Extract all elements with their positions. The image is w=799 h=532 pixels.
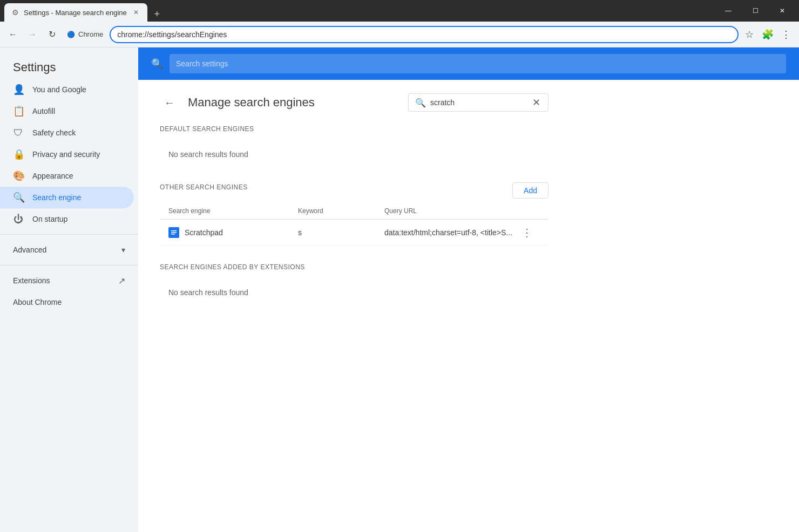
sidebar-label-privacy-security: Privacy and security [32,150,100,159]
search-box-icon: 🔍 [415,98,426,108]
browser-window: ⚙ Settings - Manage search engine ✕ + — … [0,0,799,532]
search-settings-icon: 🔍 [151,58,163,70]
sidebar-label-safety-check: Safety check [32,128,76,137]
col-header-name: Search engine [168,207,298,215]
tab-bar: ⚙ Settings - Manage search engine ✕ + [4,0,712,22]
page-back-button[interactable]: ← [160,93,179,112]
sidebar-item-on-startup[interactable]: ⏻ On startup [0,208,134,230]
extensions-button[interactable]: 🧩 [759,26,776,43]
col-header-actions [518,207,540,215]
svg-rect-1 [171,230,177,231]
address-input[interactable] [117,30,731,39]
active-tab[interactable]: ⚙ Settings - Manage search engine ✕ [4,3,147,22]
advanced-label: Advanced [13,245,46,254]
sidebar-label-on-startup: On startup [32,215,67,223]
sidebar-item-privacy-security[interactable]: 🔒 Privacy and security [0,144,134,165]
svg-rect-3 [171,234,175,235]
sidebar-item-autofill[interactable]: 📋 Autofill [0,100,134,122]
nav-bar: ← → ↻ 🔵 Chrome ☆ 🧩 ⋮ [0,22,799,47]
forward-button[interactable]: → [24,26,41,43]
settings-title: Settings [0,52,138,79]
extensions-section-header: Search engines added by extensions [160,263,549,277]
default-search-engines-section: Default search engines No search results… [160,125,549,165]
new-tab-button[interactable]: + [150,6,165,22]
default-no-results: No search results found [160,144,549,165]
sidebar-item-about[interactable]: About Chrome [0,291,138,313]
engine-more-button[interactable]: ⋮ [518,224,536,241]
extensions-label: Extensions [13,276,50,285]
search-engine-search-box[interactable]: 🔍 ✕ [408,93,549,112]
person-icon: 👤 [13,84,24,96]
sidebar-item-safety-check[interactable]: 🛡 Safety check [0,122,134,144]
search-box-input[interactable] [430,98,526,107]
scratchpad-favicon [168,227,179,238]
main-content: Settings 👤 You and Google 📋 Autofill 🛡 S… [0,47,799,532]
shield-icon: 🛡 [13,127,24,139]
sidebar-divider [0,234,138,235]
other-section-header: Other search engines Add [160,182,549,199]
sidebar-item-advanced[interactable]: Advanced ▾ [0,239,138,261]
refresh-button[interactable]: ↻ [43,26,60,43]
advanced-arrow-icon: ▾ [121,245,125,254]
sidebar-item-you-and-google[interactable]: 👤 You and Google [0,79,134,100]
extensions-search-engines-section: Search engines added by extensions No se… [160,263,549,303]
sidebar-item-extensions[interactable]: Extensions ↗ [0,270,138,291]
page-header: ← Manage search engines 🔍 ✕ [160,93,549,112]
bookmark-button[interactable]: ☆ [741,26,758,43]
sidebar-divider-2 [0,265,138,265]
engine-url: data:text/html;charset=utf-8, <title>S..… [384,228,518,237]
default-section-header: Default search engines [160,125,549,139]
about-label: About Chrome [13,298,62,306]
maximize-button[interactable]: ☐ [743,3,768,19]
engine-name-cell: Scratchpad [168,227,298,238]
other-search-engines-section: Other search engines Add Search engine K… [160,182,549,246]
tab-favicon: ⚙ [11,8,19,17]
col-header-keyword: Keyword [298,207,384,215]
add-search-engine-button[interactable]: Add [512,182,549,199]
external-link-icon: ↗ [118,276,125,286]
site-globe-icon: 🔵 [67,31,75,38]
palette-icon: 🎨 [13,170,24,182]
search-box-clear-button[interactable]: ✕ [531,97,541,108]
tab-close-button[interactable]: ✕ [131,8,141,17]
search-settings-bar: 🔍 [138,47,799,80]
default-section-title: Default search engines [160,125,254,135]
engine-keyword: s [298,228,384,237]
content-panel: 🔍 ← Manage search engines 🔍 ✕ [138,47,799,532]
tab-title: Settings - Manage search engine [24,9,127,17]
table-header: Search engine Keyword Query URL [160,203,549,220]
extensions-section-title: Search engines added by extensions [160,263,305,273]
page-title: Manage search engines [188,96,400,110]
lock-icon: 🔒 [13,148,24,160]
site-info: 🔵 Chrome [63,30,107,38]
extensions-no-results: No search results found [160,282,549,303]
settings-main-content: ← Manage search engines 🔍 ✕ Default sear… [138,80,570,333]
sidebar: Settings 👤 You and Google 📋 Autofill 🛡 S… [0,47,138,532]
chrome-menu-button[interactable]: ⋮ [777,26,795,43]
close-button[interactable]: ✕ [770,3,795,19]
search-settings-input[interactable] [170,54,786,73]
autofill-icon: 📋 [13,105,24,117]
minimize-button[interactable]: — [716,3,741,19]
address-bar-container[interactable] [110,26,739,43]
sidebar-label-appearance: Appearance [32,172,73,180]
engine-name: Scratchpad [185,228,223,237]
sidebar-label-you-and-google: You and Google [32,85,86,94]
search-icon: 🔍 [13,192,24,203]
other-section-title: Other search engines [160,183,248,193]
tab-gear-icon: ⚙ [12,8,19,17]
col-header-url: Query URL [384,207,518,215]
sidebar-item-search-engine[interactable]: 🔍 Search engine [0,187,134,208]
window-controls: — ☐ ✕ [716,3,795,19]
title-bar: ⚙ Settings - Manage search engine ✕ + — … [0,0,799,22]
nav-actions: ☆ 🧩 ⋮ [741,26,795,43]
power-icon: ⏻ [13,214,24,225]
site-name: Chrome [78,30,103,38]
sidebar-label-autofill: Autofill [32,107,55,115]
table-row[interactable]: Scratchpad s data:text/html;charset=utf-… [160,220,549,246]
sidebar-item-appearance[interactable]: 🎨 Appearance [0,165,134,187]
svg-rect-2 [171,232,177,233]
back-button[interactable]: ← [4,26,22,43]
sidebar-label-search-engine: Search engine [32,193,81,202]
